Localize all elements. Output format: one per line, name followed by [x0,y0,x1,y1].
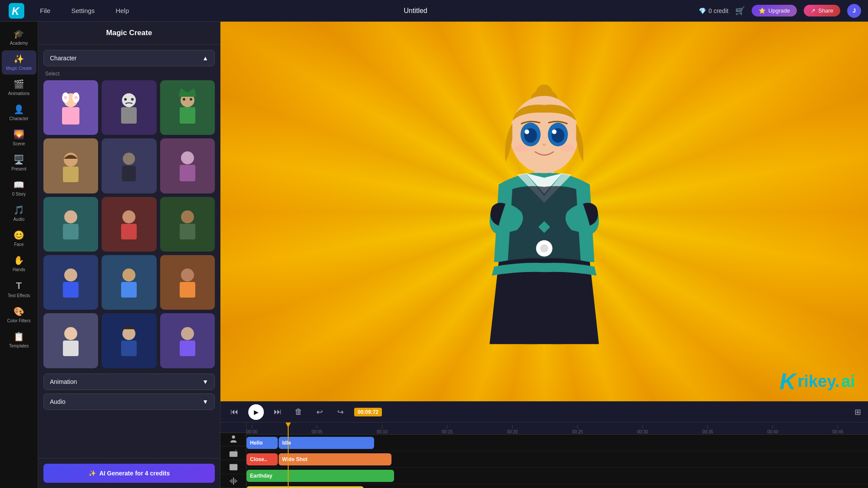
undo-button[interactable]: ↩ [312,405,326,419]
timeline-toolbar: ⏮ ▶ ⏭ 🗑 ↩ ↪ 00:09:72 ⊞ [220,402,868,422]
character-card-8[interactable] [102,197,156,252]
zoom-icon[interactable]: ⊞ [855,407,861,417]
character-card-10[interactable] [43,255,98,310]
playhead[interactable] [288,422,289,488]
character-card-11[interactable] [102,255,156,310]
sidebar-item-story[interactable]: 📖 0 Story [2,176,36,200]
svg-rect-71 [524,326,540,344]
svg-point-24 [123,153,135,165]
track-labels [220,422,247,488]
project-title: Untitled [132,7,698,15]
character-card-9[interactable] [160,197,215,252]
clip-close[interactable]: Close.. [247,453,278,465]
sidebar-item-face[interactable]: 😊 Face [2,226,36,251]
track-label-audio [220,474,246,488]
sidebar-label-audio: Audio [13,217,25,222]
character-dropdown[interactable]: Character ▲ [43,50,215,66]
character-card-7[interactable] [43,197,98,252]
magic-create-icon: ✨ [13,54,24,64]
clip-hello[interactable]: Hello [247,437,278,449]
ruler-mark-25: 00:25 [572,425,583,434]
skip-forward-button[interactable]: ⏭ [271,405,285,419]
chevron-up-icon: ▲ [202,55,208,62]
svg-point-48 [64,327,77,340]
animation-dropdown[interactable]: Animation ▼ [43,373,215,390]
sidebar-item-text-effects[interactable]: T Text Effects [2,277,36,302]
svg-point-63 [525,129,529,134]
canvas-timeline-area: K rikey. ai ⏮ ▶ ⏭ 🗑 ↩ ↪ 00:09:72 ⊞ [220,22,868,488]
sidebar-label-animations: Animations [8,91,30,96]
character-card-15[interactable] [160,313,215,368]
ruler-mark-0: 00:00 [247,425,257,434]
redo-button[interactable]: ↪ [333,405,347,419]
clip-earthday[interactable]: Earthday [247,470,394,482]
sidebar-item-color-filters[interactable]: 🎨 Color Filters [2,303,36,327]
char-preview-15 [160,313,215,368]
sidebar-item-animations[interactable]: 🎬 Animations [2,75,36,100]
select-label: Select [43,71,215,77]
sidebar-label-text-effects: Text Effects [8,293,30,298]
svg-rect-76 [229,464,237,470]
skip-back-button[interactable]: ⏮ [227,405,241,419]
svg-rect-34 [121,224,137,239]
svg-point-66 [560,144,575,152]
character-card-1[interactable] [43,80,98,135]
character-card-14[interactable] [102,313,156,368]
sidebar-item-templates[interactable]: 📋 Templates [2,328,36,352]
present-icon: 🖥️ [13,154,24,165]
character-card-2[interactable] [102,80,156,135]
sidebar-item-magic-create[interactable]: ✨ Magic Create [2,50,36,75]
sidebar-item-scene[interactable]: 🌄 Scene [2,126,36,150]
svg-point-30 [64,210,77,223]
svg-point-33 [122,210,135,223]
clip-audio[interactable] [247,486,364,488]
character-card-3[interactable] [160,80,215,135]
svg-point-16 [183,98,185,101]
cart-icon[interactable]: 🛒 [735,6,745,16]
sidebar-item-hands[interactable]: ✋ Hands [2,252,36,276]
share-button[interactable]: ↗ Share [804,5,840,16]
sidebar-label-character: Character [10,116,29,121]
sidebar-item-present[interactable]: 🖥️ Present [2,151,36,175]
char-preview-12 [160,255,215,310]
nav-file[interactable]: File [36,5,54,16]
audio-dropdown[interactable]: Audio ▼ [43,393,215,410]
svg-point-21 [64,153,78,167]
char-preview-8 [102,197,156,252]
clip-wide-shot[interactable]: Wide Shot [279,453,391,465]
play-button[interactable]: ▶ [248,404,264,420]
char-preview-11 [102,255,156,310]
app-logo[interactable]: K [7,1,26,20]
sidebar-item-audio[interactable]: 🎵 Audio [2,201,36,226]
svg-rect-52 [121,341,137,356]
character-card-4[interactable] [43,138,98,193]
tracks-area: Hello Idle Close.. Wide Shot Earthday [247,435,868,488]
track-row-scene: Earthday [247,468,868,484]
ai-generate-button[interactable]: ✨ AI Generate for 4 credits [43,464,215,483]
character-card-5[interactable] [102,138,156,193]
user-avatar[interactable]: J [847,4,861,18]
ai-generate-label: AI Generate for 4 credits [99,470,170,477]
clip-idle[interactable]: Idle [279,437,374,449]
char-preview-13 [43,313,98,368]
character-card-13[interactable] [43,313,98,368]
svg-rect-49 [63,341,79,356]
sidebar-label-templates: Templates [9,344,29,349]
ruler-mark-45: 00:45 [832,425,843,434]
sidebar-label-scene: Scene [13,141,25,147]
upgrade-button[interactable]: ⭐ Upgrade [752,5,797,16]
character-card-6[interactable] [160,138,215,193]
timeline-scroll[interactable]: 00:00 00:05 00:10 00:15 00:20 00:25 00:3… [247,422,868,488]
upgrade-star-icon: ⭐ [759,7,766,14]
academy-icon: 🎓 [13,29,24,39]
magic-create-panel: Magic Create Character ▲ Select [38,22,220,488]
main-body: 🎓 Academy ✨ Magic Create 🎬 Animations 👤 … [0,22,868,488]
nav-settings[interactable]: Settings [68,5,98,16]
sidebar-label-magic-create: Magic Create [6,66,32,71]
sidebar-item-academy[interactable]: 🎓 Academy [2,25,36,49]
nav-help[interactable]: Help [112,5,132,16]
character-card-12[interactable] [160,255,215,310]
delete-button[interactable]: 🗑 [292,405,306,419]
svg-point-73 [232,436,235,439]
sidebar-item-character[interactable]: 👤 Character [2,101,36,125]
